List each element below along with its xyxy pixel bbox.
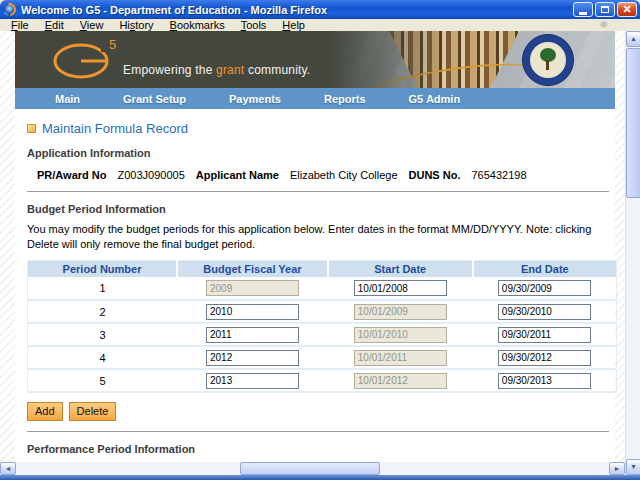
- start-date-input: [354, 304, 447, 320]
- pr-award-value: Z003J090005: [117, 169, 184, 181]
- budget-table-row: 5: [28, 369, 617, 392]
- scroll-left-icon[interactable]: ◄: [0, 462, 16, 475]
- end-date-input[interactable]: [498, 327, 591, 343]
- menu-tools[interactable]: Tools: [233, 19, 275, 31]
- period-number: 1: [28, 277, 178, 300]
- g5-logo-number: 5: [109, 37, 116, 52]
- start-date-input[interactable]: [354, 280, 447, 296]
- page-title-text: Maintain Formula Record: [42, 121, 188, 136]
- page-title: Maintain Formula Record: [27, 121, 615, 136]
- site-header: 5 Empowering the grant community.: [15, 31, 615, 88]
- window-controls: ✕: [573, 2, 637, 17]
- gear-icon: ✺: [600, 19, 608, 31]
- close-button[interactable]: ✕: [617, 2, 637, 17]
- budget-table-body: 12345: [28, 277, 617, 392]
- tagline-highlight: grant: [216, 63, 244, 77]
- menu-edit[interactable]: Edit: [37, 19, 72, 31]
- budget-table-row: 1: [28, 277, 617, 300]
- nav-item-grant-setup[interactable]: Grant Setup: [123, 93, 186, 105]
- start-date-input: [354, 350, 447, 366]
- column-period-number: Period Number: [28, 260, 178, 277]
- start-date-input: [354, 327, 447, 343]
- minimize-button[interactable]: [573, 2, 593, 17]
- scroll-down-icon[interactable]: ▼: [626, 459, 640, 475]
- titlebar[interactable]: Welcome to G5 - Department of Education …: [0, 0, 640, 19]
- horizontal-scrollbar[interactable]: ◄ ►: [0, 462, 625, 475]
- menu-bookmarks[interactable]: Bookmarks: [162, 19, 233, 31]
- menu-history[interactable]: History: [111, 19, 161, 31]
- browser-window: Welcome to G5 - Department of Education …: [0, 0, 640, 480]
- column-start-date: Start Date: [328, 260, 473, 277]
- restore-button[interactable]: [595, 2, 615, 17]
- budget-instructions: You may modify the budget periods for th…: [27, 222, 605, 253]
- budget-table: Period Number Budget Fiscal Year Start D…: [27, 260, 617, 394]
- performance-period-heading: Performance Period Information: [27, 443, 615, 455]
- menu-help[interactable]: Help: [274, 19, 313, 31]
- period-number: 2: [28, 300, 178, 323]
- section-divider: [27, 191, 609, 192]
- budget-period-heading: Budget Period Information: [27, 203, 615, 215]
- budget-buttons: Add Delete: [27, 402, 615, 421]
- end-date-input[interactable]: [498, 350, 591, 366]
- vertical-scrollbar[interactable]: ▲ ▼: [625, 31, 640, 475]
- tagline: Empowering the grant community.: [123, 63, 310, 77]
- vertical-scrollbar-thumb[interactable]: [626, 48, 640, 198]
- duns-label: DUNS No.: [409, 169, 461, 181]
- fiscal-year-input[interactable]: [206, 327, 299, 343]
- end-date-input[interactable]: [498, 280, 591, 296]
- nav-item-reports[interactable]: Reports: [324, 93, 366, 105]
- page-content: Maintain Formula Record Application Info…: [15, 109, 615, 462]
- application-information-heading: Application Information: [27, 147, 615, 159]
- add-button[interactable]: Add: [27, 402, 63, 421]
- menu-view[interactable]: View: [72, 19, 112, 31]
- budget-table-row: 4: [28, 346, 617, 369]
- nav-bar: MainGrant SetupPaymentsReportsG5 Admin: [15, 88, 615, 109]
- scroll-right-icon[interactable]: ►: [609, 462, 625, 475]
- end-date-input[interactable]: [498, 373, 591, 389]
- menubar: FileEditViewHistoryBookmarksToolsHelp✺: [0, 19, 640, 31]
- duns-value: 765432198: [471, 169, 526, 181]
- window-bottom-border: [0, 475, 640, 480]
- fiscal-year-input[interactable]: [206, 350, 299, 366]
- menu-file[interactable]: File: [3, 19, 37, 31]
- period-number: 4: [28, 346, 178, 369]
- firefox-icon: [0, 0, 18, 18]
- budget-table-row: 2: [28, 300, 617, 323]
- column-budget-fiscal-year: Budget Fiscal Year: [177, 260, 328, 277]
- window-title: Welcome to G5 - Department of Education …: [21, 4, 573, 16]
- section-divider-2: [27, 431, 609, 432]
- period-number: 5: [28, 369, 178, 392]
- nav-item-payments[interactable]: Payments: [229, 93, 281, 105]
- column-end-date: End Date: [473, 260, 617, 277]
- delete-button[interactable]: Delete: [69, 402, 117, 421]
- nav-item-g5-admin[interactable]: G5 Admin: [409, 93, 461, 105]
- pr-award-label: PR/Award No: [37, 169, 106, 181]
- budget-table-header-row: Period Number Budget Fiscal Year Start D…: [28, 260, 617, 277]
- applicant-name-label: Applicant Name: [196, 169, 279, 181]
- browser-viewport: 5 Empowering the grant community. MainGr…: [0, 31, 625, 462]
- end-date-input[interactable]: [498, 304, 591, 320]
- department-of-education-seal: [522, 34, 574, 86]
- nav-item-main[interactable]: Main: [55, 93, 80, 105]
- period-number: 3: [28, 323, 178, 346]
- g5-logo: [51, 39, 113, 81]
- fiscal-year-input[interactable]: [206, 373, 299, 389]
- budget-table-row: 3: [28, 323, 617, 346]
- page-title-icon: [27, 124, 36, 133]
- application-information-line: PR/Award No Z003J090005 Applicant Name E…: [37, 169, 615, 181]
- applicant-name-value: Elizabeth City College: [290, 169, 398, 181]
- fiscal-year-input: [206, 280, 299, 296]
- scroll-up-icon[interactable]: ▲: [626, 31, 640, 47]
- fiscal-year-input[interactable]: [206, 304, 299, 320]
- horizontal-scrollbar-thumb[interactable]: [240, 462, 380, 475]
- start-date-input: [354, 373, 447, 389]
